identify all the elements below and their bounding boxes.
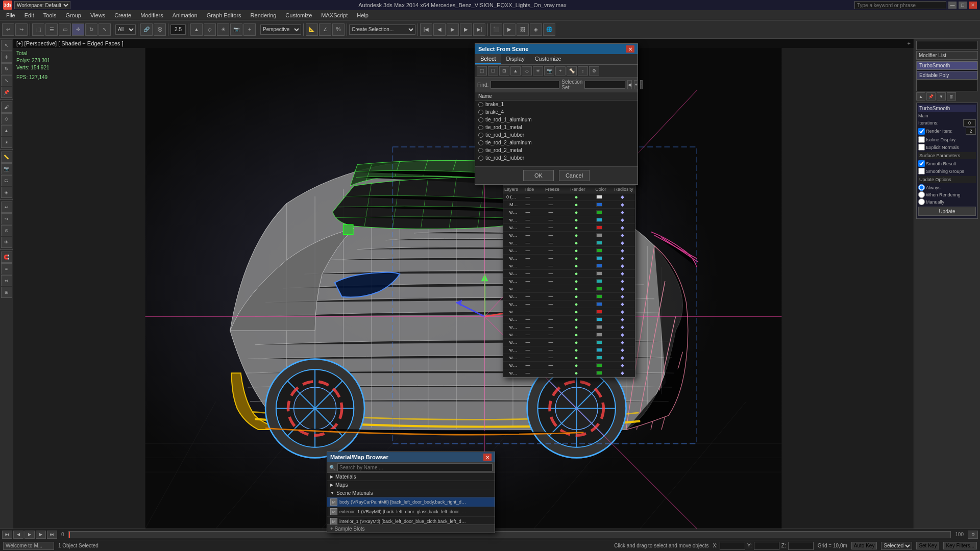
layer-render[interactable]: ●: [564, 316, 589, 322]
rotate-button[interactable]: ↻: [85, 23, 97, 36]
scene-object-list[interactable]: brake_1 brake_4 tie_rod_1_aluminum tie_r…: [475, 101, 638, 167]
ss-sort-button[interactable]: ↕: [578, 66, 588, 76]
layer-hide[interactable]: —: [518, 355, 538, 360]
layer-render[interactable]: ●: [564, 217, 589, 223]
list-item[interactable]: brake_1: [475, 101, 638, 108]
layer-freeze[interactable]: —: [538, 217, 564, 222]
link-button[interactable]: 🔗: [140, 23, 153, 36]
search-input[interactable]: [854, 1, 946, 9]
layer-freeze[interactable]: —: [538, 233, 564, 238]
layer-hide[interactable]: —: [518, 217, 538, 222]
layer-color[interactable]: [589, 241, 609, 245]
layer-freeze[interactable]: —: [538, 194, 564, 199]
ts-isoline-check[interactable]: [918, 136, 925, 143]
menu-edit[interactable]: Edit: [20, 11, 38, 19]
layer-render[interactable]: ●: [564, 347, 589, 353]
list-item[interactable]: tie_rod_2_metal: [475, 146, 638, 154]
layer-hide[interactable]: —: [518, 370, 538, 375]
undo-button[interactable]: ↩: [2, 23, 14, 36]
layer-color[interactable]: [589, 248, 609, 253]
layer-hide[interactable]: —: [518, 194, 538, 199]
unlink-button[interactable]: ⛓: [154, 23, 166, 36]
find-input[interactable]: [491, 81, 559, 89]
modifier-nav-up[interactable]: ▲: [916, 92, 925, 101]
layer-freeze[interactable]: —: [538, 248, 564, 253]
layer-render[interactable]: ●: [564, 355, 589, 361]
coord-x-input[interactable]: [720, 542, 745, 550]
timeline-track[interactable]: [68, 531, 951, 538]
maximize-button[interactable]: □: [959, 2, 967, 9]
layer-render[interactable]: ●: [564, 309, 589, 315]
viewport-label-select[interactable]: Perspective: [260, 24, 301, 35]
key-filters-button[interactable]: Key Filters...: [943, 542, 977, 549]
layer-hide[interactable]: —: [518, 294, 538, 299]
layer-color[interactable]: [589, 271, 609, 276]
ss-select-btn[interactable]: ◀: [627, 80, 632, 89]
layer-color[interactable]: [589, 210, 609, 214]
list-item[interactable]: brake_4: [475, 108, 638, 116]
maps-section[interactable]: Maps: [327, 481, 495, 489]
layer-hide[interactable]: —: [518, 347, 538, 353]
close-button[interactable]: ✕: [969, 2, 977, 9]
layer-hide[interactable]: —: [518, 286, 538, 291]
object-name-input[interactable]: symmetry_body: [916, 41, 978, 50]
lt-place[interactable]: 📌: [1, 87, 12, 98]
layer-hide[interactable]: —: [518, 309, 538, 314]
render-setup-button[interactable]: ⬛: [490, 23, 502, 36]
layer-hide[interactable]: —: [518, 240, 538, 245]
coord-z-input[interactable]: [788, 542, 814, 550]
angle-snap-button[interactable]: ∠: [319, 23, 331, 36]
play-button[interactable]: ▶: [447, 23, 459, 36]
layer-render[interactable]: ●: [564, 194, 589, 200]
next-frame-button[interactable]: ▶: [460, 23, 472, 36]
menu-animation[interactable]: Animation: [168, 11, 202, 19]
layer-freeze[interactable]: —: [538, 210, 564, 215]
ts-whenrendering-radio[interactable]: [918, 191, 925, 198]
lt-mat[interactable]: ◈: [1, 187, 12, 198]
ss-cameras-button[interactable]: 📷: [544, 66, 554, 76]
layer-render[interactable]: ●: [564, 240, 589, 246]
layer-render[interactable]: ●: [564, 263, 589, 269]
ts-smooth-result-check[interactable]: [918, 160, 925, 167]
ok-button[interactable]: OK: [523, 170, 554, 181]
lt-redo[interactable]: ↪: [1, 213, 12, 224]
layer-row[interactable]: wheel_1_plastic... — — ● ◆: [503, 278, 635, 285]
render-button[interactable]: ▶: [503, 23, 516, 36]
layer-hide[interactable]: —: [518, 210, 538, 215]
layer-freeze[interactable]: —: [538, 240, 564, 245]
layer-color[interactable]: [589, 317, 609, 321]
modifier-nav-down[interactable]: ▼: [937, 92, 946, 101]
lt-hide[interactable]: 👁: [1, 237, 12, 248]
ss-geo-button[interactable]: ▲: [510, 66, 521, 76]
layer-row[interactable]: wheel_4_metal... — — ● ◆: [503, 323, 635, 331]
ts-update-button[interactable]: Update: [918, 207, 976, 216]
layer-hide[interactable]: —: [518, 324, 538, 330]
layer-render[interactable]: ●: [564, 324, 589, 330]
cancel-button[interactable]: Cancel: [559, 170, 590, 181]
layer-row[interactable]: wheel_1_plastic... — — ● ◆: [503, 239, 635, 247]
minimize-button[interactable]: —: [948, 2, 957, 9]
rect-select-button[interactable]: ▭: [59, 23, 71, 36]
material-browser-close-button[interactable]: ✕: [483, 454, 492, 461]
ts-render-iters-check[interactable]: [918, 128, 925, 135]
layer-row[interactable]: wheel_4 — — ● ◆: [503, 369, 635, 377]
layer-hide[interactable]: —: [518, 256, 538, 261]
layer-render[interactable]: ●: [564, 232, 589, 238]
layer-render[interactable]: ●: [564, 247, 589, 254]
layer-color[interactable]: [589, 340, 609, 344]
selection-create[interactable]: Create Selection...: [349, 24, 415, 35]
layer-list[interactable]: 0 (default) — — ● ◆ Mercedes_B...Ligh...…: [503, 193, 635, 377]
layer-hide[interactable]: —: [518, 332, 538, 337]
layer-row[interactable]: wheel_1_glass — — ● ◆: [503, 262, 635, 270]
layer-row[interactable]: wheel_4_black_r... — — ● ◆: [503, 362, 635, 369]
layer-freeze[interactable]: —: [538, 271, 564, 276]
layer-freeze[interactable]: —: [538, 370, 564, 375]
mb-item-interior[interactable]: M interior_1 (VRayMtl) [back_left_door_b…: [327, 517, 495, 524]
layer-hide[interactable]: —: [518, 248, 538, 253]
menu-maxscript[interactable]: MAXScript: [317, 11, 352, 19]
modifier-pin[interactable]: 📌: [926, 92, 936, 101]
layer-render[interactable]: ●: [564, 278, 589, 284]
ss-options-button[interactable]: ⚙: [589, 66, 599, 76]
lt-rotate[interactable]: ↻: [1, 63, 12, 74]
lt-select[interactable]: ↖: [1, 40, 12, 51]
